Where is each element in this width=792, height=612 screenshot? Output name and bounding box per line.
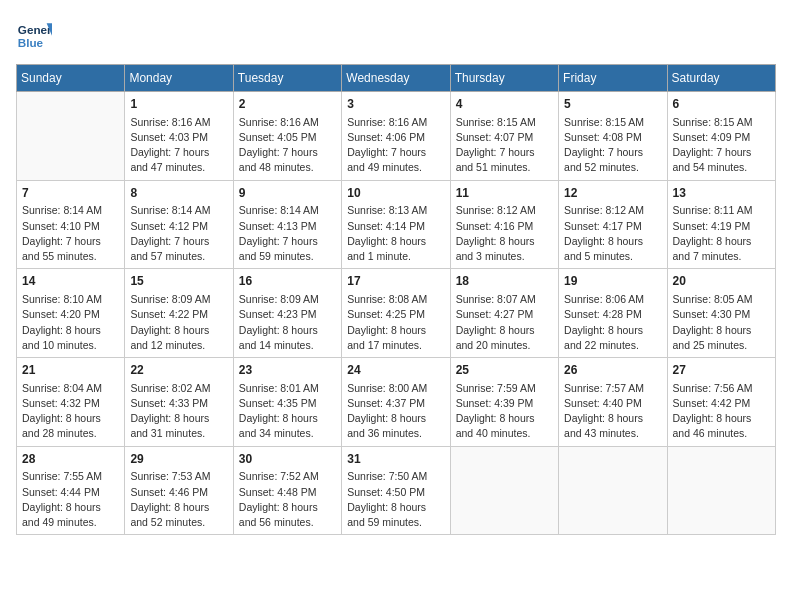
calendar-day: 11Sunrise: 8:12 AMSunset: 4:16 PMDayligh… [450, 180, 558, 269]
day-info: Sunrise: 8:15 AMSunset: 4:09 PMDaylight:… [673, 115, 770, 176]
day-info: Sunrise: 8:02 AMSunset: 4:33 PMDaylight:… [130, 381, 227, 442]
calendar-day: 1Sunrise: 8:16 AMSunset: 4:03 PMDaylight… [125, 92, 233, 181]
day-number: 26 [564, 362, 661, 379]
calendar-day: 12Sunrise: 8:12 AMSunset: 4:17 PMDayligh… [559, 180, 667, 269]
calendar-day: 10Sunrise: 8:13 AMSunset: 4:14 PMDayligh… [342, 180, 450, 269]
calendar-day: 30Sunrise: 7:52 AMSunset: 4:48 PMDayligh… [233, 446, 341, 535]
day-number: 21 [22, 362, 119, 379]
day-info: Sunrise: 8:10 AMSunset: 4:20 PMDaylight:… [22, 292, 119, 353]
day-number: 6 [673, 96, 770, 113]
day-info: Sunrise: 7:53 AMSunset: 4:46 PMDaylight:… [130, 469, 227, 530]
calendar-day: 5Sunrise: 8:15 AMSunset: 4:08 PMDaylight… [559, 92, 667, 181]
day-info: Sunrise: 7:52 AMSunset: 4:48 PMDaylight:… [239, 469, 336, 530]
calendar-day: 24Sunrise: 8:00 AMSunset: 4:37 PMDayligh… [342, 358, 450, 447]
day-info: Sunrise: 8:12 AMSunset: 4:17 PMDaylight:… [564, 203, 661, 264]
day-info: Sunrise: 8:16 AMSunset: 4:05 PMDaylight:… [239, 115, 336, 176]
calendar-week-3: 14Sunrise: 8:10 AMSunset: 4:20 PMDayligh… [17, 269, 776, 358]
day-info: Sunrise: 7:56 AMSunset: 4:42 PMDaylight:… [673, 381, 770, 442]
day-number: 30 [239, 451, 336, 468]
day-number: 11 [456, 185, 553, 202]
day-number: 3 [347, 96, 444, 113]
day-number: 13 [673, 185, 770, 202]
day-info: Sunrise: 8:14 AMSunset: 4:12 PMDaylight:… [130, 203, 227, 264]
day-number: 5 [564, 96, 661, 113]
day-info: Sunrise: 8:16 AMSunset: 4:06 PMDaylight:… [347, 115, 444, 176]
day-number: 22 [130, 362, 227, 379]
svg-text:General: General [18, 23, 52, 36]
calendar-day: 16Sunrise: 8:09 AMSunset: 4:23 PMDayligh… [233, 269, 341, 358]
day-info: Sunrise: 8:15 AMSunset: 4:08 PMDaylight:… [564, 115, 661, 176]
day-info: Sunrise: 8:08 AMSunset: 4:25 PMDaylight:… [347, 292, 444, 353]
day-number: 18 [456, 273, 553, 290]
calendar-day: 17Sunrise: 8:08 AMSunset: 4:25 PMDayligh… [342, 269, 450, 358]
day-number: 8 [130, 185, 227, 202]
calendar-day: 2Sunrise: 8:16 AMSunset: 4:05 PMDaylight… [233, 92, 341, 181]
day-info: Sunrise: 8:07 AMSunset: 4:27 PMDaylight:… [456, 292, 553, 353]
calendar-day: 13Sunrise: 8:11 AMSunset: 4:19 PMDayligh… [667, 180, 775, 269]
day-header-tuesday: Tuesday [233, 65, 341, 92]
calendar-day: 6Sunrise: 8:15 AMSunset: 4:09 PMDaylight… [667, 92, 775, 181]
logo-icon: General Blue [16, 16, 52, 52]
calendar-day: 3Sunrise: 8:16 AMSunset: 4:06 PMDaylight… [342, 92, 450, 181]
day-info: Sunrise: 7:57 AMSunset: 4:40 PMDaylight:… [564, 381, 661, 442]
day-number: 20 [673, 273, 770, 290]
calendar-day: 28Sunrise: 7:55 AMSunset: 4:44 PMDayligh… [17, 446, 125, 535]
day-info: Sunrise: 8:00 AMSunset: 4:37 PMDaylight:… [347, 381, 444, 442]
day-number: 24 [347, 362, 444, 379]
calendar-day: 29Sunrise: 7:53 AMSunset: 4:46 PMDayligh… [125, 446, 233, 535]
calendar-day: 9Sunrise: 8:14 AMSunset: 4:13 PMDaylight… [233, 180, 341, 269]
day-number: 16 [239, 273, 336, 290]
calendar-day: 18Sunrise: 8:07 AMSunset: 4:27 PMDayligh… [450, 269, 558, 358]
calendar-day: 27Sunrise: 7:56 AMSunset: 4:42 PMDayligh… [667, 358, 775, 447]
day-info: Sunrise: 8:14 AMSunset: 4:13 PMDaylight:… [239, 203, 336, 264]
day-number: 15 [130, 273, 227, 290]
calendar-day: 31Sunrise: 7:50 AMSunset: 4:50 PMDayligh… [342, 446, 450, 535]
day-header-wednesday: Wednesday [342, 65, 450, 92]
day-info: Sunrise: 7:55 AMSunset: 4:44 PMDaylight:… [22, 469, 119, 530]
calendar-day [17, 92, 125, 181]
calendar-week-4: 21Sunrise: 8:04 AMSunset: 4:32 PMDayligh… [17, 358, 776, 447]
day-number: 29 [130, 451, 227, 468]
day-info: Sunrise: 8:06 AMSunset: 4:28 PMDaylight:… [564, 292, 661, 353]
day-number: 25 [456, 362, 553, 379]
day-number: 1 [130, 96, 227, 113]
day-info: Sunrise: 8:05 AMSunset: 4:30 PMDaylight:… [673, 292, 770, 353]
calendar-day: 19Sunrise: 8:06 AMSunset: 4:28 PMDayligh… [559, 269, 667, 358]
day-number: 31 [347, 451, 444, 468]
day-number: 28 [22, 451, 119, 468]
day-info: Sunrise: 8:09 AMSunset: 4:23 PMDaylight:… [239, 292, 336, 353]
calendar-week-1: 1Sunrise: 8:16 AMSunset: 4:03 PMDaylight… [17, 92, 776, 181]
calendar-day: 8Sunrise: 8:14 AMSunset: 4:12 PMDaylight… [125, 180, 233, 269]
calendar-day: 15Sunrise: 8:09 AMSunset: 4:22 PMDayligh… [125, 269, 233, 358]
day-number: 23 [239, 362, 336, 379]
day-header-monday: Monday [125, 65, 233, 92]
day-info: Sunrise: 8:14 AMSunset: 4:10 PMDaylight:… [22, 203, 119, 264]
day-number: 19 [564, 273, 661, 290]
day-info: Sunrise: 8:04 AMSunset: 4:32 PMDaylight:… [22, 381, 119, 442]
day-header-sunday: Sunday [17, 65, 125, 92]
calendar-day: 22Sunrise: 8:02 AMSunset: 4:33 PMDayligh… [125, 358, 233, 447]
calendar-day [559, 446, 667, 535]
day-number: 4 [456, 96, 553, 113]
calendar-week-2: 7Sunrise: 8:14 AMSunset: 4:10 PMDaylight… [17, 180, 776, 269]
day-info: Sunrise: 7:59 AMSunset: 4:39 PMDaylight:… [456, 381, 553, 442]
calendar-day: 20Sunrise: 8:05 AMSunset: 4:30 PMDayligh… [667, 269, 775, 358]
calendar-day [667, 446, 775, 535]
logo: General Blue [16, 16, 52, 52]
day-info: Sunrise: 8:09 AMSunset: 4:22 PMDaylight:… [130, 292, 227, 353]
calendar-day: 21Sunrise: 8:04 AMSunset: 4:32 PMDayligh… [17, 358, 125, 447]
calendar-body: 1Sunrise: 8:16 AMSunset: 4:03 PMDaylight… [17, 92, 776, 535]
day-header-friday: Friday [559, 65, 667, 92]
day-number: 7 [22, 185, 119, 202]
svg-text:Blue: Blue [18, 36, 44, 49]
day-info: Sunrise: 8:15 AMSunset: 4:07 PMDaylight:… [456, 115, 553, 176]
calendar-day [450, 446, 558, 535]
calendar-day: 23Sunrise: 8:01 AMSunset: 4:35 PMDayligh… [233, 358, 341, 447]
calendar-day: 4Sunrise: 8:15 AMSunset: 4:07 PMDaylight… [450, 92, 558, 181]
day-info: Sunrise: 8:16 AMSunset: 4:03 PMDaylight:… [130, 115, 227, 176]
day-header-thursday: Thursday [450, 65, 558, 92]
day-number: 2 [239, 96, 336, 113]
day-number: 14 [22, 273, 119, 290]
day-number: 27 [673, 362, 770, 379]
day-info: Sunrise: 7:50 AMSunset: 4:50 PMDaylight:… [347, 469, 444, 530]
